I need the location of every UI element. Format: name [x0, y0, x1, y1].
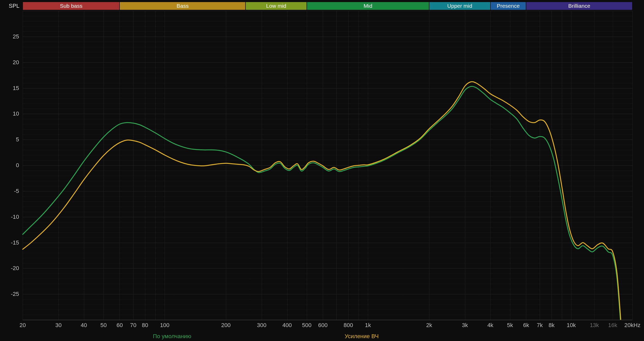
frequency-band-low-mid: Low mid: [246, 2, 307, 10]
frequency-band-upper-mid: Upper mid: [429, 2, 490, 10]
frequency-band-brilliance: Brilliance: [526, 2, 632, 10]
legend-item-default[interactable]: По умолчанию: [153, 333, 191, 340]
legend-item-treble-boost[interactable]: Усиление ВЧ: [345, 333, 379, 340]
frequency-band-mid: Mid: [307, 2, 429, 10]
frequency-band-presence: Presence: [491, 2, 526, 10]
fr-plot-canvas[interactable]: [0, 0, 644, 341]
frequency-bands-bar: Sub bassBassLow midMidUpper midPresenceB…: [0, 2, 644, 10]
frequency-band-bass: Bass: [120, 2, 245, 10]
frequency-band-sub-bass: Sub bass: [23, 2, 119, 10]
frequency-response-panel: SPL Sub bassBassLow midMidUpper midPrese…: [0, 0, 644, 341]
